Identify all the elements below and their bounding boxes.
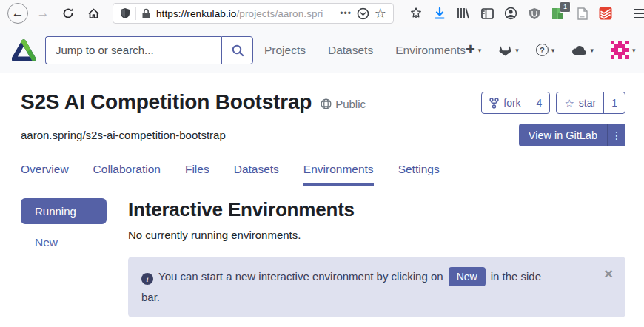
library-icon <box>457 7 470 19</box>
url-scheme: https:// <box>156 8 187 19</box>
home-button[interactable] <box>83 3 104 24</box>
star-count[interactable]: 1 <box>603 92 625 113</box>
fork-action[interactable]: fork <box>482 92 528 113</box>
star-action[interactable]: ☆ star <box>557 92 603 113</box>
alert-text: iYou can start a new interactive environ… <box>141 266 552 308</box>
plus-icon: + <box>466 41 475 58</box>
reload-icon <box>62 7 74 19</box>
tab-environments[interactable]: Environments <box>303 163 374 186</box>
search-input[interactable] <box>45 36 221 64</box>
chevron-down-icon: ▾ <box>590 47 594 54</box>
url-divider <box>135 7 136 20</box>
tracking-protection-icon[interactable] <box>120 7 130 19</box>
chevron-down-icon: ▾ <box>515 47 519 54</box>
user-menu-dropdown[interactable]: ▾ <box>611 41 636 59</box>
storage-dropdown[interactable]: ▾ <box>571 44 594 55</box>
cloud-icon <box>571 44 587 55</box>
hamburger-icon <box>634 9 644 10</box>
toolbar-extensions: 1 <box>409 6 644 21</box>
gitlab-options-toggle[interactable]: ⋮ <box>607 124 625 146</box>
sidebar-item-running[interactable]: Running <box>21 198 107 224</box>
tab-collaboration[interactable]: Collaboration <box>93 163 161 186</box>
close-icon[interactable]: × <box>604 266 613 281</box>
info-alert: iYou can start a new interactive environ… <box>128 257 625 317</box>
create-new-dropdown[interactable]: + ▾ <box>466 43 481 58</box>
renku-logo[interactable] <box>12 38 36 62</box>
url-bar[interactable]: https://renkulab.io/projects/aaron.spri … <box>113 3 394 24</box>
account-button[interactable] <box>503 6 518 21</box>
pocket-icon[interactable] <box>357 7 369 20</box>
forward-icon: → <box>37 6 50 21</box>
renku-navbar: Projects Datasets Environments + ▾ ▾ ? ▾ <box>0 27 644 73</box>
environments-main: Interactive Environments No currently ru… <box>128 198 625 317</box>
help-icon: ? <box>536 44 549 56</box>
nav-link-environments[interactable]: Environments <box>395 44 466 57</box>
document-icon <box>577 7 588 20</box>
project-path: aaron.spring/s2s-ai-competition-bootstra… <box>21 129 226 141</box>
environments-content: Running New Interactive Environments No … <box>21 198 625 317</box>
menu-button[interactable] <box>634 9 644 18</box>
bookmarks-menu-icon <box>409 7 423 20</box>
info-icon: i <box>141 273 153 285</box>
nav-link-datasets[interactable]: Datasets <box>328 44 373 57</box>
reload-button[interactable] <box>58 3 78 24</box>
page-title: S2S AI Competition Bootstrap <box>21 90 312 114</box>
fork-count[interactable]: 4 <box>529 92 550 113</box>
fork-button[interactable]: fork 4 <box>481 92 550 114</box>
star-button[interactable]: ☆ star 1 <box>556 92 625 114</box>
back-button[interactable]: ← <box>7 3 28 24</box>
navbar-links: Projects Datasets Environments <box>264 44 466 57</box>
library-button[interactable] <box>456 6 471 21</box>
environments-sidebar: Running New <box>21 198 128 317</box>
url-text[interactable]: https://renkulab.io/projects/aaron.spri <box>156 8 335 19</box>
sidebar-toggle-button[interactable] <box>480 6 494 21</box>
tab-files[interactable]: Files <box>185 163 209 186</box>
star-icon: ☆ <box>564 98 574 109</box>
browser-toolbar: ← → https:// <box>0 0 644 27</box>
search-icon <box>231 44 244 57</box>
help-dropdown[interactable]: ? ▾ <box>536 44 555 56</box>
nav-link-projects[interactable]: Projects <box>264 44 306 57</box>
search-button[interactable] <box>221 36 253 64</box>
project-page: S2S AI Competition Bootstrap Public <box>0 90 644 317</box>
alert-new-button[interactable]: New <box>449 267 486 286</box>
ublock-shield-icon <box>529 7 540 20</box>
gitlab-tanuki-icon <box>498 44 512 57</box>
downloads-button[interactable] <box>432 6 447 21</box>
url-path: /projects/aaron.spri <box>236 8 323 19</box>
todoist-icon <box>599 7 612 20</box>
account-icon <box>504 7 517 20</box>
project-header: S2S AI Competition Bootstrap Public <box>21 90 625 114</box>
empty-message: No currently running environments. <box>128 229 625 241</box>
extension-badge: 1 <box>560 1 571 13</box>
alert-text-before: You can start a new interactive environm… <box>158 270 443 283</box>
fork-icon <box>489 98 499 109</box>
tab-datasets[interactable]: Datasets <box>234 163 279 186</box>
tab-settings[interactable]: Settings <box>398 163 440 186</box>
tab-overview[interactable]: Overview <box>21 163 69 186</box>
visibility-label: Public <box>335 98 366 110</box>
view-in-gitlab-button[interactable]: View in GitLab ⋮ <box>519 124 625 146</box>
forward-button[interactable]: → <box>33 3 53 24</box>
bookmark-star-icon[interactable]: ☆ <box>375 7 386 20</box>
bookmarks-menu-button[interactable] <box>409 6 423 21</box>
url-host: renkulab.io <box>187 8 236 19</box>
lock-icon[interactable] <box>141 8 151 19</box>
globe-icon <box>321 98 332 109</box>
navbar-actions: + ▾ ▾ ? ▾ ▾ <box>466 41 636 59</box>
visibility-badge: Public <box>321 98 366 110</box>
ublock-button[interactable] <box>527 6 542 21</box>
document-extension-button[interactable] <box>574 6 589 21</box>
gitlab-dropdown[interactable]: ▾ <box>498 44 519 57</box>
chevron-down-icon: ▾ <box>551 47 555 54</box>
back-icon: ← <box>12 6 24 21</box>
todoist-button[interactable] <box>598 6 613 21</box>
page-actions-button[interactable]: ••• <box>340 8 352 18</box>
browser-window: ← → https:// <box>0 0 644 317</box>
search-group <box>45 36 253 64</box>
fork-label: fork <box>503 97 520 109</box>
sidebar-item-new[interactable]: New <box>21 236 128 249</box>
project-subheader: aaron.spring/s2s-ai-competition-bootstra… <box>21 124 625 146</box>
chevron-down-icon: ▾ <box>632 47 636 54</box>
extension-button[interactable]: 1 <box>551 6 566 21</box>
